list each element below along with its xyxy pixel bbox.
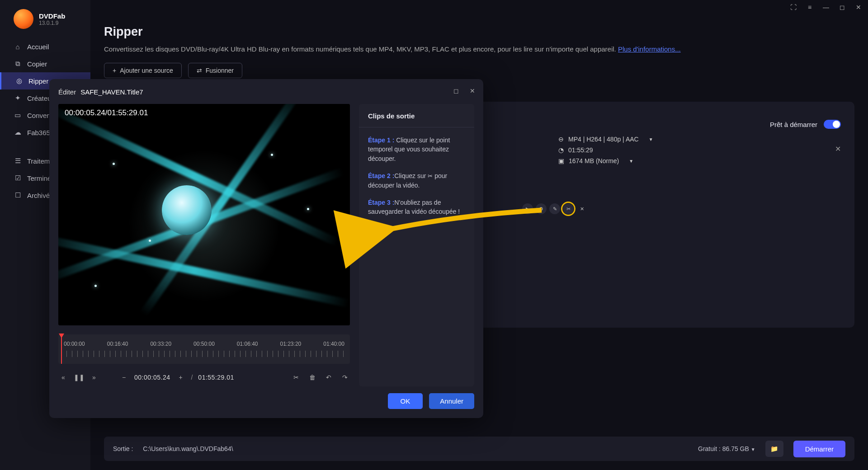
- format-selector[interactable]: ⊖MP4 | H264 | 480p | AAC▼: [558, 136, 653, 143]
- home-icon: ⌂: [14, 42, 22, 51]
- page-description: Convertissez les disques DVD/Blu-ray/4K …: [104, 45, 854, 53]
- menu-icon[interactable]: ≡: [806, 4, 814, 11]
- total-timecode: 01:55:29.01: [198, 374, 234, 381]
- trim-button[interactable]: ✂: [563, 203, 574, 214]
- sidebar-item-label: Ripper: [28, 77, 48, 85]
- ripper-icon: ◎: [15, 77, 23, 85]
- add-source-button[interactable]: +Ajouter une source: [104, 63, 182, 78]
- sidebar-item-label: Archivé: [27, 192, 50, 199]
- folder-icon: 📁: [770, 445, 778, 452]
- preview-frame-art: [58, 104, 350, 325]
- step-2: Étape 2 :Cliquez sur ✂ pour découper la …: [359, 163, 474, 190]
- dialog-maximize-icon[interactable]: ◻: [453, 87, 459, 94]
- undo-button[interactable]: ↶: [324, 374, 334, 381]
- sidebar-item-label: Terminé: [27, 174, 51, 182]
- start-button[interactable]: Démarrer: [793, 441, 845, 457]
- app-version: 13.0.1.9: [39, 20, 65, 26]
- remove-button[interactable]: ✕: [576, 203, 587, 214]
- output-label: Sortie :: [113, 445, 133, 452]
- timeline-ticks: [61, 351, 347, 357]
- timeline-labels: 00:00:00 00:16:40 00:33:20 00:50:00 01:0…: [58, 334, 350, 349]
- step-3: Étape 3 :N'oubliez pas de sauvegarder la…: [359, 190, 474, 216]
- next-frame-button[interactable]: »: [89, 374, 99, 381]
- ok-button[interactable]: OK: [388, 393, 423, 409]
- queue-icon: ☰: [14, 157, 22, 165]
- archive-icon: ☐: [14, 191, 22, 199]
- app-logo-area: DVDFab 13.0.1.9: [0, 0, 90, 38]
- dialog-title: ÉditerSAFE_HAVEN.Title7: [58, 88, 143, 96]
- gift-icon[interactable]: ⛶: [789, 4, 797, 11]
- preview-timecode: 00:00:05.24/01:55:29.01: [65, 108, 148, 118]
- scissors-icon: ✂: [428, 172, 433, 181]
- edit-button[interactable]: ✎: [549, 203, 560, 214]
- minimize-icon[interactable]: —: [822, 4, 830, 11]
- step-back-button[interactable]: −: [119, 374, 129, 381]
- chevron-down-icon: ▼: [649, 137, 653, 142]
- fab365-icon: ☁: [14, 128, 22, 136]
- step-1: Étape 1 : Cliquez sur le point temporel …: [359, 127, 474, 163]
- step-forward-button[interactable]: +: [175, 374, 185, 381]
- playhead[interactable]: [61, 334, 62, 364]
- redo-button[interactable]: ↷: [340, 374, 350, 381]
- sidebar-item-label: Fab365: [27, 129, 50, 136]
- merge-icon: ⇄: [197, 67, 202, 74]
- prev-frame-button[interactable]: «: [58, 374, 68, 381]
- cancel-button[interactable]: Annuler: [429, 393, 474, 409]
- size-selector[interactable]: ▣1674 MB (Norme)▼: [558, 157, 653, 164]
- ready-label: Prêt à démarrer: [770, 121, 817, 128]
- app-logo-icon: [14, 9, 33, 29]
- free-space-label: Gratuit : 86.75 GB ▼: [698, 445, 755, 452]
- window-controls: ⛶ ≡ — ◻ ✕: [789, 4, 863, 11]
- sidebar-item-label: Accueil: [27, 43, 49, 51]
- copy-icon: ⧉: [14, 60, 22, 68]
- cut-button[interactable]: ✂: [291, 374, 301, 381]
- output-path[interactable]: C:\Users\kun.wang\.DVDFab64\: [143, 445, 233, 452]
- merge-button[interactable]: ⇄Fusionner: [188, 63, 242, 78]
- dialog-filename: SAFE_HAVEN.Title7: [80, 88, 143, 96]
- done-icon: ☑: [14, 174, 22, 182]
- bottom-bar: Sortie : C:\Users\kun.wang\.DVDFab64\ Gr…: [104, 437, 854, 461]
- chevron-down-icon[interactable]: ▼: [751, 447, 755, 452]
- app-name: DVDFab: [39, 12, 65, 20]
- convert-icon: ▭: [14, 111, 22, 119]
- settings-button[interactable]: ⚙: [536, 203, 547, 214]
- more-info-link[interactable]: Plus d'informations...: [618, 45, 681, 53]
- playback-controls: « ❚❚ » − 00:00:05.24 + / 01:55:29.01 ✂ 🗑…: [58, 368, 350, 386]
- timeline[interactable]: 00:00:00 00:16:40 00:33:20 00:50:00 01:0…: [58, 334, 350, 364]
- disc-icon: ▣: [558, 157, 564, 164]
- current-timecode: 00:00:05.24: [134, 374, 170, 381]
- page-title: Ripper: [104, 25, 854, 39]
- plus-icon: +: [113, 67, 116, 74]
- remove-source-button[interactable]: ✕: [835, 145, 841, 153]
- maximize-icon[interactable]: ◻: [838, 4, 846, 11]
- video-preview[interactable]: 00:00:05.24/01:55:29.01: [58, 104, 350, 325]
- play-pause-button[interactable]: ❚❚: [74, 374, 84, 381]
- ready-toggle[interactable]: [824, 120, 841, 129]
- delete-button[interactable]: 🗑: [307, 374, 317, 381]
- clock-icon: ◔: [558, 146, 564, 154]
- play-preview-button[interactable]: ▶: [522, 203, 533, 214]
- chevron-down-icon: ▼: [629, 159, 633, 164]
- sidebar-item-label: Copier: [27, 60, 47, 68]
- sidebar-item-copier[interactable]: ⧉Copier: [0, 55, 90, 72]
- output-settings: ⊖MP4 | H264 | 480p | AAC▼ ◔01:55:29 ▣167…: [558, 136, 653, 164]
- clips-panel-title: Clips de sortie: [359, 112, 474, 127]
- dialog-close-icon[interactable]: ✕: [470, 87, 475, 94]
- page-header: Ripper Convertissez les disques DVD/Blu-…: [104, 25, 854, 78]
- close-icon[interactable]: ✕: [854, 4, 863, 11]
- duration-display: ◔01:55:29: [558, 146, 653, 154]
- editor-dialog: ÉditerSAFE_HAVEN.Title7 ◻ ✕ 00:00:05.24/…: [49, 79, 483, 418]
- sidebar-item-accueil[interactable]: ⌂Accueil: [0, 38, 90, 55]
- profile-icon: ⊖: [558, 136, 564, 143]
- clips-panel: Clips de sortie Étape 1 : Cliquez sur le…: [359, 104, 474, 386]
- creator-icon: ✦: [14, 94, 22, 102]
- browse-folder-button[interactable]: 📁: [765, 441, 783, 457]
- source-action-row: ▶ ⚙ ✎ ✂ ✕: [522, 203, 587, 214]
